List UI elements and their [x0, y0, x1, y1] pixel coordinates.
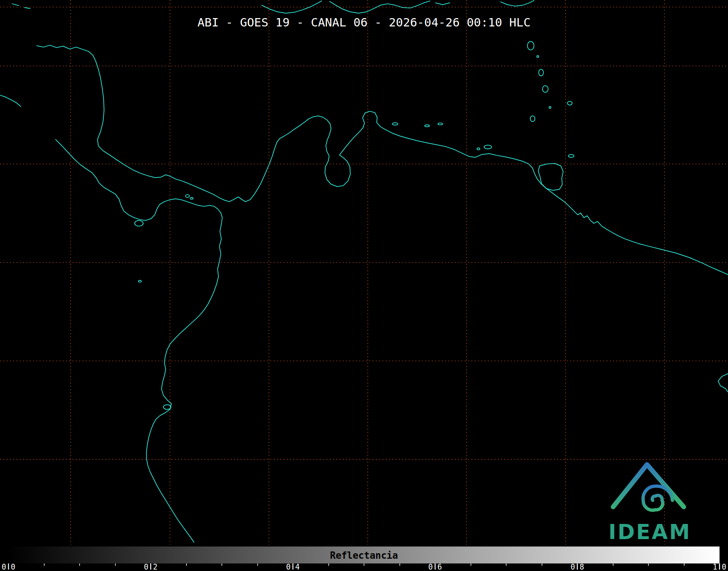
island — [542, 86, 548, 92]
map-canvas: ABI - GOES 19 - CANAL 06 - 2026-04-26 00… — [0, 0, 728, 571]
coastline-caribbean — [37, 45, 728, 275]
island-outline — [25, 8, 30, 9]
colorbar-tick-label: 0.8 — [571, 563, 584, 571]
island — [138, 280, 141, 282]
ideam-logo: IDEAM — [609, 465, 691, 544]
island — [537, 56, 539, 58]
graticule — [0, 0, 728, 545]
island — [190, 197, 193, 199]
island — [425, 125, 429, 127]
island — [530, 116, 535, 122]
ideam-logo-text: IDEAM — [609, 520, 691, 544]
island-outline — [501, 0, 534, 6]
coastline-fragment — [718, 374, 728, 392]
colorbar-tick-label: 0.6 — [428, 563, 442, 571]
colorbar-tick-label: 0.4 — [286, 563, 300, 571]
island — [186, 194, 189, 197]
colorbar-tick-label: 0.0 — [2, 563, 16, 571]
hurricane-spiral-icon — [643, 486, 672, 510]
island-outline — [12, 4, 19, 5]
island-outline — [435, 3, 450, 5]
colorbar-tick-label: 1.0 — [713, 563, 727, 571]
island — [477, 148, 480, 150]
island — [539, 69, 543, 76]
colorbar-minor-ticks — [44, 563, 684, 566]
island — [484, 145, 492, 149]
goes-satellite-image: ABI - GOES 19 - CANAL 06 - 2026-04-26 00… — [0, 0, 728, 571]
small-islands — [135, 42, 574, 410]
colorbar-tick-label: 0.2 — [144, 563, 157, 571]
island — [549, 106, 551, 108]
island — [438, 123, 443, 125]
colorbar: Reflectancia 0.0 0.2 0.4 0.6 0.8 1.0 — [2, 546, 727, 571]
island-trinidad — [538, 164, 563, 190]
colorbar-title: Reflectancia — [330, 550, 398, 561]
island — [163, 405, 171, 410]
island — [568, 155, 574, 158]
island — [567, 101, 572, 105]
island — [527, 42, 534, 50]
island — [135, 221, 143, 226]
coastline-fragment — [0, 95, 21, 106]
coastlines — [0, 0, 728, 542]
island — [392, 123, 398, 125]
coastline-pacific — [55, 139, 222, 542]
image-title: ABI - GOES 19 - CANAL 06 - 2026-04-26 00… — [198, 16, 531, 29]
